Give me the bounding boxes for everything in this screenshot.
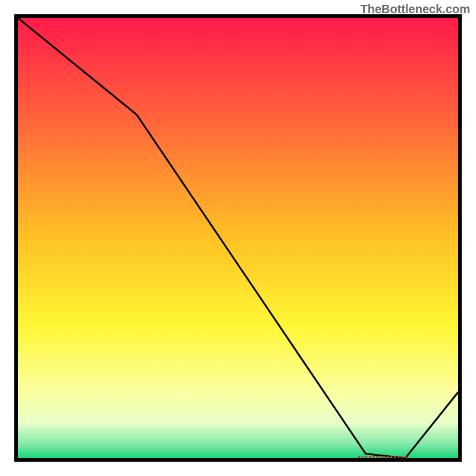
watermark-text: TheBottleneck.com: [361, 2, 470, 16]
chart-line-layer: [18, 18, 458, 458]
chart-plot-area: [14, 14, 462, 462]
data-series-line: [18, 18, 458, 458]
